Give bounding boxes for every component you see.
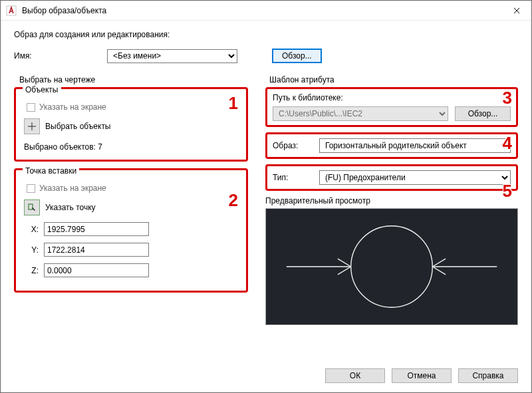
dialog-content: Образ для создания или редактирования: И… xyxy=(1,21,531,392)
help-button[interactable]: Справка xyxy=(458,368,518,383)
close-button[interactable] xyxy=(501,1,531,21)
insert-point-legend: Точка вставки xyxy=(23,166,79,176)
cancel-button[interactable]: Отмена xyxy=(392,368,452,383)
titlebar: Выбор образа/объекта xyxy=(1,1,531,21)
z-input[interactable] xyxy=(44,263,149,277)
type-select[interactable]: (FU) Предохранители xyxy=(319,170,511,185)
y-input[interactable] xyxy=(44,243,149,257)
name-select[interactable]: <Без имени> xyxy=(107,49,237,63)
x-input[interactable] xyxy=(44,222,149,236)
select-on-drawing-label: Выбрать на чертеже xyxy=(19,75,248,84)
svg-rect-3 xyxy=(29,204,33,209)
lib-browse-button[interactable]: Обзор... xyxy=(455,106,511,121)
browse-button[interactable]: Обзор... xyxy=(272,49,322,63)
selected-count: Выбрано объектов: 7 xyxy=(24,142,238,152)
objects-specify-label: Указать на экране xyxy=(39,102,106,112)
insert-specify-checkbox[interactable] xyxy=(27,184,35,193)
lib-path-label: Путь к библиотеке: xyxy=(273,93,511,102)
preview-label: Предварительный просмотр xyxy=(265,196,518,205)
main-heading: Образ для создания или редактирования: xyxy=(14,30,518,39)
image-select[interactable]: Горизонтальный родительский объект xyxy=(319,138,511,153)
svg-point-4 xyxy=(351,226,433,308)
insert-specify-label: Указать на экране xyxy=(39,184,106,193)
callout-4: 4 xyxy=(503,133,512,154)
type-label: Тип: xyxy=(273,173,319,182)
pick-objects-label: Выбрать объекты xyxy=(45,122,111,131)
y-label: Y: xyxy=(24,245,44,255)
preview-drawing xyxy=(266,209,517,325)
pick-point-label: Указать точку xyxy=(45,203,96,212)
z-label: Z: xyxy=(24,266,44,275)
window-title: Выбор образа/объекта xyxy=(22,6,501,15)
app-icon xyxy=(6,5,17,16)
name-label: Имя: xyxy=(14,51,107,61)
pick-objects-button[interactable] xyxy=(24,118,40,134)
objects-legend: Объекты xyxy=(23,85,61,94)
pick-point-button[interactable] xyxy=(24,199,40,215)
objects-specify-checkbox[interactable] xyxy=(27,103,35,112)
x-label: X: xyxy=(24,225,44,234)
attr-template-legend: Шаблон атрибута xyxy=(269,75,518,84)
image-label: Образ: xyxy=(273,141,319,150)
ok-button[interactable]: ОК xyxy=(325,368,385,383)
lib-path-select[interactable]: C:\Users\Public\...\IEC2 xyxy=(273,106,448,121)
preview-panel xyxy=(265,208,518,325)
callout-5: 5 xyxy=(503,181,512,201)
callout-2: 2 xyxy=(229,190,238,211)
callout-3: 3 xyxy=(503,88,512,108)
dialog-window: Выбор образа/объекта Образ для создания … xyxy=(0,0,532,393)
callout-1: 1 xyxy=(229,93,238,114)
